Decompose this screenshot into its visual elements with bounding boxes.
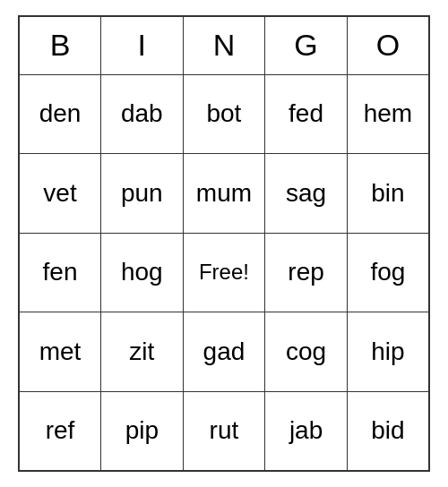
bingo-cell-r1-c4: bin xyxy=(347,154,429,234)
bingo-cell-r2-c3: rep xyxy=(265,233,348,312)
header-col-o: O xyxy=(347,16,429,74)
bingo-row-0: dendabbotfedhem xyxy=(19,74,429,154)
bingo-cell-r4-c3: jab xyxy=(265,391,348,471)
bingo-row-2: fenhogFree!repfog xyxy=(19,233,429,312)
bingo-cell-r3-c4: hip xyxy=(347,312,429,392)
bingo-row-1: vetpunmumsagbin xyxy=(19,154,429,234)
bingo-cell-r2-c2: Free! xyxy=(183,233,265,312)
bingo-cell-r4-c4: bid xyxy=(347,391,429,471)
bingo-cell-r0-c4: hem xyxy=(347,74,429,154)
bingo-cell-r3-c2: gad xyxy=(183,312,265,392)
bingo-cell-r3-c0: met xyxy=(19,312,101,392)
bingo-cell-r0-c1: dab xyxy=(101,74,184,154)
bingo-card: BINGO dendabbotfedhemvetpunmumsagbinfenh… xyxy=(18,15,430,472)
bingo-cell-r2-c1: hog xyxy=(101,233,184,312)
header-col-i: I xyxy=(101,16,184,74)
header-col-n: N xyxy=(183,16,265,74)
bingo-cell-r1-c1: pun xyxy=(101,154,184,234)
bingo-cell-r2-c4: fog xyxy=(347,233,429,312)
bingo-cell-r1-c2: mum xyxy=(183,154,265,234)
bingo-cell-r0-c3: fed xyxy=(265,74,348,154)
bingo-cell-r1-c0: vet xyxy=(19,154,101,234)
bingo-cell-r3-c1: zit xyxy=(101,312,184,392)
header-col-b: B xyxy=(19,16,101,74)
bingo-cell-r0-c2: bot xyxy=(183,74,265,154)
bingo-cell-r1-c3: sag xyxy=(265,154,348,234)
header-row: BINGO xyxy=(19,16,429,74)
bingo-cell-r2-c0: fen xyxy=(19,233,101,312)
bingo-cell-r3-c3: cog xyxy=(265,312,348,392)
bingo-cell-r0-c0: den xyxy=(19,74,101,154)
bingo-cell-r4-c2: rut xyxy=(183,391,265,471)
bingo-row-3: metzitgadcoghip xyxy=(19,312,429,392)
header-col-g: G xyxy=(265,16,348,74)
bingo-row-4: refpiprutjabbid xyxy=(19,391,429,471)
bingo-cell-r4-c1: pip xyxy=(101,391,184,471)
bingo-cell-r4-c0: ref xyxy=(19,391,101,471)
